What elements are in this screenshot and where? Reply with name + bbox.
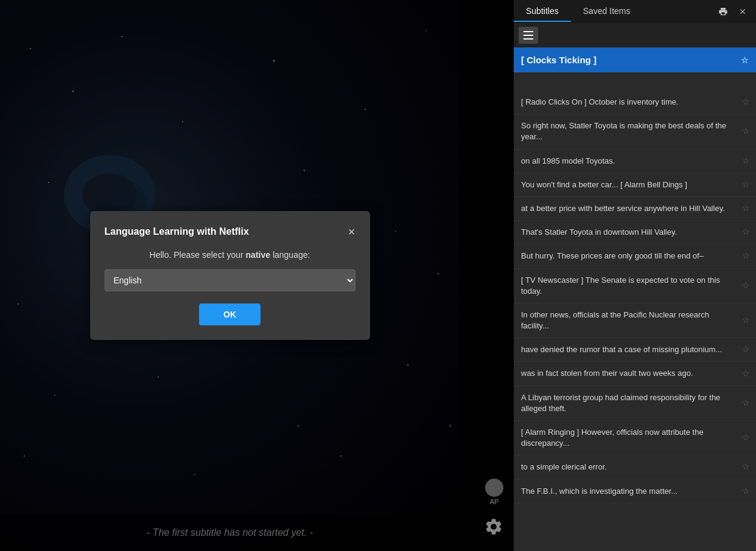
modal-header: Language Learning with Netflix × <box>105 226 355 238</box>
menu-line-2 <box>523 35 533 36</box>
modal-prompt-suffix: language: <box>270 250 310 260</box>
subtitle-list-item[interactable]: That's Statler Toyota in downtown Hill V… <box>514 221 756 244</box>
close-panel-button[interactable] <box>734 3 751 20</box>
subtitle-star-icon[interactable]: ☆ <box>742 397 750 409</box>
subtitle-list-item[interactable]: But hurry. These prices are only good ti… <box>514 244 756 268</box>
current-subtitle-item[interactable]: [ Clocks Ticking ] ☆ <box>514 47 756 72</box>
menu-row <box>514 23 756 47</box>
current-subtitle-text: [ Clocks Ticking ] <box>521 55 597 65</box>
subtitle-star-icon[interactable]: ☆ <box>742 344 750 356</box>
language-select[interactable]: EnglishSpanishFrenchGermanJapaneseChines… <box>105 269 355 291</box>
subtitle-star-icon[interactable]: ☆ <box>742 126 750 138</box>
subtitle-star-icon[interactable]: ☆ <box>742 485 750 497</box>
menu-line-1 <box>523 31 533 32</box>
subtitle-star-icon[interactable]: ☆ <box>742 251 750 263</box>
subtitles-list[interactable]: [ Radio Clicks On ] October is inventory… <box>514 91 756 551</box>
modal-overlay: Language Learning with Netflix × Hello. … <box>0 0 460 551</box>
subtitle-list-item[interactable]: at a better price with better service an… <box>514 197 756 221</box>
subtitle-star-icon[interactable]: ☆ <box>742 462 750 474</box>
ap-circle <box>485 479 503 497</box>
tab-subtitles[interactable]: Subtitles <box>514 1 571 22</box>
subtitle-list-item[interactable]: was in fact stolen from their vault two … <box>514 362 756 386</box>
subtitle-star-icon[interactable]: ☆ <box>742 432 750 444</box>
subtitle-star-icon[interactable]: ☆ <box>742 96 750 108</box>
print-button[interactable] <box>715 3 732 20</box>
subtitle-list-item[interactable]: have denied the rumor that a case of mis… <box>514 338 756 362</box>
subtitle-list-item[interactable]: In other news, officials at the Pacific … <box>514 303 756 338</box>
ap-label: AP <box>490 498 499 505</box>
subtitle-list-item[interactable]: A Libyan terrorist group had claimed res… <box>514 386 756 421</box>
modal-title: Language Learning with Netflix <box>105 226 249 237</box>
menu-line-3 <box>523 38 533 40</box>
modal-prompt: Hello. Please select your native languag… <box>105 250 355 260</box>
subtitle-star-icon[interactable]: ☆ <box>742 226 750 238</box>
subtitle-list-item[interactable]: The F.B.I., which is investigating the m… <box>514 480 756 504</box>
ok-button[interactable]: OK <box>199 303 261 325</box>
subtitle-list-item[interactable]: on all 1985 model Toyotas.☆ <box>514 150 756 173</box>
settings-icon[interactable] <box>484 517 503 539</box>
tab-saved-items[interactable]: Saved Items <box>571 1 643 22</box>
tab-bar: Subtitles Saved Items <box>514 0 756 23</box>
hamburger-menu-button[interactable] <box>519 27 538 44</box>
ap-badge: AP <box>485 479 503 505</box>
subtitle-star-icon[interactable]: ☆ <box>742 179 750 191</box>
language-modal: Language Learning with Netflix × Hello. … <box>90 211 370 340</box>
modal-close-button[interactable]: × <box>348 226 355 238</box>
modal-prompt-bold: native <box>246 250 270 260</box>
subtitle-list-item[interactable]: You won't find a better car... [ Alarm B… <box>514 173 756 197</box>
current-subtitle-star-icon[interactable]: ☆ <box>741 55 749 65</box>
subtitle-list-item[interactable]: [ TV Newscaster ] The Senate is expected… <box>514 269 756 303</box>
subtitle-star-icon[interactable]: ☆ <box>742 314 750 327</box>
subtitle-list-item[interactable]: So right now, Statler Toyota is making t… <box>514 114 756 149</box>
subtitle-star-icon[interactable]: ☆ <box>742 203 750 215</box>
sidebar-panel: Subtitles Saved Items [ Clocks Ticking ]… <box>514 0 756 551</box>
subtitle-list-item[interactable]: [ Radio Clicks On ] October is inventory… <box>514 91 756 114</box>
subtitle-star-icon[interactable]: ☆ <box>742 280 750 292</box>
tab-actions <box>715 3 756 20</box>
subtitle-list-item[interactable]: to a simple clerical error.☆ <box>514 456 756 479</box>
subtitle-star-icon[interactable]: ☆ <box>742 155 750 167</box>
subtitle-star-icon[interactable]: ☆ <box>742 368 750 380</box>
modal-prompt-text: Hello. Please select your <box>150 250 246 260</box>
subtitle-spacer <box>514 72 756 91</box>
subtitle-list-item[interactable]: [ Alarm Ringing ] However, officials now… <box>514 421 756 456</box>
